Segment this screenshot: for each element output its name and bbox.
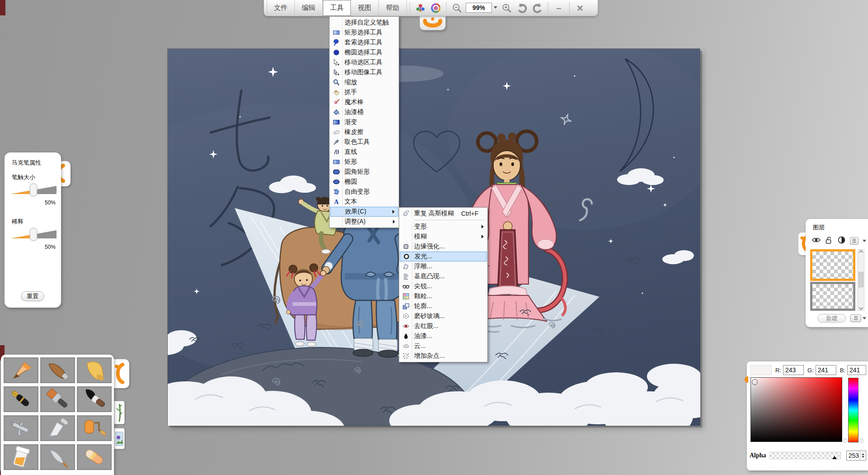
palette-tool-crayon[interactable] xyxy=(77,357,112,383)
layer-visibility-icon[interactable] xyxy=(812,236,821,246)
effects-submenu-item-13[interactable]: 油漆... xyxy=(400,331,487,341)
tools-menu-item-1[interactable]: 矩形选择工具 xyxy=(330,28,398,38)
effects-submenu-item-2[interactable]: 变形 xyxy=(400,222,487,232)
effects-submenu-item-9[interactable]: 颗粒... xyxy=(400,291,487,301)
tools-menu-item-13[interactable]: 直线 xyxy=(330,147,398,157)
effects-submenu-item-8[interactable]: 尖锐... xyxy=(400,281,487,291)
new-layer-button[interactable]: 新建 xyxy=(817,314,846,323)
scroll-down-icon[interactable] xyxy=(859,306,863,310)
palette-tool-eraser-stick[interactable] xyxy=(77,444,112,470)
effects-submenu-item-11[interactable]: 磨砂玻璃... xyxy=(400,311,487,321)
layer-scrollbar[interactable] xyxy=(858,249,864,311)
tools-menu-item-7[interactable]: 抓手 xyxy=(330,87,398,97)
effects-submenu-item-6[interactable]: 浮雕... xyxy=(400,261,487,271)
hue-marker-right[interactable] xyxy=(859,438,863,443)
palette-tool-paint-jar[interactable] xyxy=(4,444,38,470)
alpha-slider[interactable] xyxy=(769,452,841,459)
dilution-slider[interactable] xyxy=(11,228,57,241)
menu-view[interactable]: 视图 xyxy=(351,0,379,16)
tools-menu-item-16[interactable]: 椭圆 xyxy=(330,177,398,187)
minimize-button[interactable]: – xyxy=(551,0,566,16)
menu-edit[interactable]: 编辑 xyxy=(295,0,323,16)
tools-menu-item-10[interactable]: 渐变 xyxy=(330,117,398,127)
layers-menu-arrow[interactable] xyxy=(863,317,866,319)
palette-tool-spatula[interactable] xyxy=(40,444,75,470)
alpha-marker[interactable] xyxy=(832,456,837,459)
tools-menu-item-2[interactable]: 套索选择工具 xyxy=(330,38,398,48)
tools-menu-item-5[interactable]: 移动图像工具 xyxy=(330,67,398,77)
layer-item[interactable] xyxy=(810,282,855,311)
layers-menu-button[interactable]: ☰ xyxy=(850,314,861,322)
bamboo-art-button[interactable] xyxy=(114,401,125,424)
effects-submenu-item-15[interactable]: 增加杂点... xyxy=(400,351,487,361)
layer-blend-icon[interactable] xyxy=(837,236,846,246)
reset-button[interactable]: 重置 xyxy=(21,291,44,301)
icon-gutter xyxy=(342,127,343,137)
tools-menu-item-4[interactable]: 移动选区工具 xyxy=(330,57,398,67)
zoom-out-button[interactable] xyxy=(449,0,465,16)
undo-button[interactable] xyxy=(514,0,530,16)
effects-submenu-item-0[interactable]: 重复 高斯模糊Ctrl+F xyxy=(400,209,487,218)
tools-menu-item-9[interactable]: 油漆桶 xyxy=(330,107,398,117)
tools-menu-item-14[interactable]: 矩形 xyxy=(330,157,398,167)
green-input[interactable] xyxy=(816,365,836,375)
redo-button[interactable] xyxy=(530,0,545,16)
close-button[interactable]: × xyxy=(572,0,588,16)
color-ring-icon[interactable] xyxy=(428,0,443,16)
tools-menu-item-18[interactable]: A文本 xyxy=(330,197,398,207)
effects-submenu-item-10[interactable]: 轮廓... xyxy=(400,301,487,311)
scroll-up-icon[interactable] xyxy=(859,250,863,255)
effects-submenu-item-14[interactable]: 云... xyxy=(400,341,487,351)
effects-submenu-item-12[interactable]: 去红眼... xyxy=(400,321,487,331)
palette-tool-palette-knife[interactable] xyxy=(40,415,75,441)
palette-tool-ink-brush[interactable] xyxy=(77,386,112,412)
palette-tool-flat-brush[interactable] xyxy=(40,386,75,412)
tools-menu-item-8[interactable]: 魔术棒 xyxy=(330,97,398,107)
palette-panel-handle[interactable] xyxy=(112,359,129,388)
tools-menu-item-3[interactable]: 椭圆选择工具 xyxy=(330,48,398,57)
tools-menu-item-12[interactable]: 取色工具 xyxy=(330,137,398,147)
palette-tool-airbrush[interactable] xyxy=(4,415,38,441)
palette-figure-icon[interactable] xyxy=(413,0,428,16)
tools-menu-item-19[interactable]: 效果(C) xyxy=(330,207,398,217)
effects-submenu-item-5[interactable]: 发光... xyxy=(400,252,487,261)
brush-size-slider[interactable] xyxy=(11,183,57,197)
menu-help[interactable]: 帮助 xyxy=(379,0,407,16)
blue-input[interactable] xyxy=(847,365,866,375)
effects-submenu-item-7[interactable]: 基底凸现... xyxy=(400,271,487,281)
palette-tool-wood-pen[interactable] xyxy=(40,357,75,383)
hue-slider[interactable] xyxy=(848,378,859,442)
palette-tool-paint-roller[interactable] xyxy=(77,415,112,441)
zoom-dropdown-arrow[interactable] xyxy=(494,6,497,9)
tools-menu-item-6[interactable]: 缩放 xyxy=(330,77,398,87)
layer-options-button[interactable]: ☰ xyxy=(850,237,859,245)
tools-menu-item-17[interactable]: 自由变形 xyxy=(330,187,398,197)
zoom-level-combo[interactable]: 99% xyxy=(466,3,492,13)
effects-submenu-item-4[interactable]: 边缘强化... xyxy=(400,242,487,252)
alpha-value-box[interactable]: 253 xyxy=(846,451,866,461)
zoom-in-button[interactable] xyxy=(499,0,514,16)
saturation-value-field[interactable] xyxy=(750,377,842,442)
palette-tool-fountain-pen[interactable] xyxy=(4,386,38,412)
toolbar-drag-handle[interactable] xyxy=(420,16,446,30)
submenu-arrow-icon xyxy=(481,235,484,238)
layer-lock-icon[interactable] xyxy=(825,236,833,246)
menu-file[interactable]: 文件 xyxy=(267,0,295,16)
mini-artwork-button[interactable] xyxy=(114,428,125,449)
layer-options-arrow[interactable] xyxy=(863,240,866,242)
sv-cursor[interactable] xyxy=(752,379,758,385)
color-panel-handle[interactable] xyxy=(745,376,748,383)
scrollbar-thumb[interactable] xyxy=(859,272,863,287)
palette-tool-pencil[interactable] xyxy=(4,357,38,383)
hue-marker-left[interactable] xyxy=(844,438,847,443)
tools-menu-item-11[interactable]: 橡皮擦 xyxy=(330,127,398,137)
tools-menu-item-15[interactable]: 圆角矩形 xyxy=(330,167,398,177)
tools-menu-item-0[interactable]: 选择自定义笔触 xyxy=(330,18,398,28)
menu-tools[interactable]: 工具 xyxy=(323,0,351,16)
alpha-spinner[interactable] xyxy=(860,451,866,460)
emboss-icon xyxy=(401,262,411,271)
tools-menu-item-20[interactable]: 调整(A) xyxy=(330,217,398,227)
red-input[interactable] xyxy=(783,365,804,375)
layer-item-selected[interactable] xyxy=(810,249,855,281)
effects-submenu-item-3[interactable]: 模糊 xyxy=(400,232,487,242)
